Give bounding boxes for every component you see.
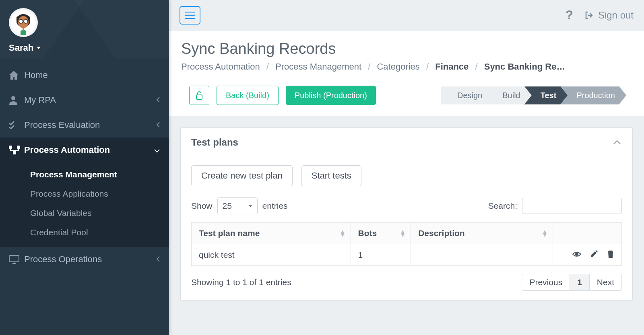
panel-body: Create new test plan Start tests Show 25… [181,157,632,300]
chevron-up-icon [613,140,621,145]
view-action[interactable] [572,250,581,260]
chevron-left-icon [156,254,160,265]
main: ? Sign out Sync Banking Records Process … [169,0,644,335]
action-row: Back (Build) Publish (Production) Design… [181,86,632,105]
test-plan-actions: Create new test plan Start tests [191,165,622,186]
sidebar-sub-label: Global Variables [30,208,92,218]
show-entries: Show 25 entries [191,197,288,214]
svg-point-2 [19,19,23,23]
page-title: Sync Banking Records [181,40,632,58]
svg-point-3 [24,19,28,23]
svg-point-5 [11,96,15,100]
back-button-label: Back (Build) [226,91,269,100]
eye-icon [572,251,581,257]
breadcrumb: Process Automation / Process Management … [181,62,632,72]
cell-bots: 1 [351,244,411,266]
publish-button-label: Publish (Production) [295,91,367,100]
show-label: Show [191,201,213,211]
username-dropdown[interactable]: Sarah [9,43,160,53]
hamburger-icon [185,12,195,19]
chevron-left-icon [156,120,160,130]
pager-page[interactable]: 1 [570,274,590,291]
menu-toggle-button[interactable] [180,6,200,25]
chevron-left-icon [156,95,160,105]
col-testplan-name[interactable]: Test plan name▲▼ [192,223,351,244]
avatar-icon [11,10,36,35]
topbar-right: ? Sign out [565,8,634,23]
sidebar-item-label: Process Automation [24,145,110,155]
sidebar-profile: Sarah [0,0,169,59]
back-button[interactable]: Back (Build) [217,86,279,105]
page-header: Sync Banking Records Process Automation … [169,31,644,105]
search-input[interactable] [522,198,622,214]
breadcrumb-item-current: Sync Banking Re… [484,62,566,72]
sidebar-item-credential-pool[interactable]: Credential Pool [0,223,169,242]
sidebar-item-global-variables[interactable]: Global Variables [0,203,169,223]
test-plans-panel: Test plans Create new test plan Start te… [180,127,633,301]
test-plans-table: Test plan name▲▼ Bots▲▼ Description▲▼ qu… [191,222,622,266]
pager-previous[interactable]: Previous [522,274,570,291]
page-size-value: 25 [223,201,232,211]
step-design[interactable]: Design [441,86,493,105]
breadcrumb-item[interactable]: Process Management [275,62,361,72]
topbar: ? Sign out [169,0,644,31]
monitor-icon [9,255,24,264]
sidebar-item-home[interactable]: Home [0,63,169,88]
col-bots[interactable]: Bots▲▼ [351,223,411,244]
table-info: Showing 1 to 1 of 1 entries [191,277,291,287]
sidebar-item-process-management[interactable]: Process Management [0,165,169,184]
cell-actions [553,244,621,266]
caret-down-icon [248,205,252,207]
svg-rect-8 [13,151,16,154]
table-footer: Showing 1 to 1 of 1 entries Previous 1 N… [191,274,622,291]
sort-icon: ▲▼ [542,230,548,236]
sidebar-item-process-evaluation[interactable]: Process Evaluation [0,113,169,138]
sidebar-item-myrpa[interactable]: My RPA [0,88,169,113]
start-tests-button[interactable]: Start tests [301,165,361,186]
cell-name: quick test [192,244,351,266]
action-left: Back (Build) Publish (Production) [189,86,376,105]
pagination: Previous 1 Next [522,274,622,291]
publish-button[interactable]: Publish (Production) [286,86,376,105]
entries-label: entries [262,201,288,211]
sidebar-item-process-automation[interactable]: Process Automation [0,138,169,162]
sidebar-subnav: Process Management Process Applications … [0,162,169,247]
edit-action[interactable] [590,250,598,260]
create-test-plan-button[interactable]: Create new test plan [191,165,293,186]
sidebar-item-label: Process Evaluation [24,120,100,130]
table-toolbar: Show 25 entries Search: [191,197,622,214]
content-area: Test plans Create new test plan Start te… [169,116,644,335]
sidebar-item-process-applications[interactable]: Process Applications [0,184,169,203]
table-row: quick test 1 [192,244,622,266]
step-production[interactable]: Production [560,86,626,105]
breadcrumb-item[interactable]: Process Automation [181,62,260,72]
signout-link[interactable]: Sign out [584,10,634,21]
sidebar-item-label: My RPA [24,95,56,105]
help-icon[interactable]: ? [565,8,573,23]
breadcrumb-item[interactable]: Categories [377,62,419,72]
avatar[interactable] [9,8,38,37]
trash-icon [607,250,614,258]
sidebar-sub-label: Process Applications [30,189,108,198]
checklist-icon [9,121,24,129]
sidebar-sub-label: Credential Pool [30,228,88,237]
sidebar-item-label: Home [24,70,48,80]
search-label: Search: [488,201,517,211]
lock-button[interactable] [189,86,209,105]
col-description[interactable]: Description▲▼ [411,223,553,244]
svg-rect-10 [196,95,202,99]
delete-action[interactable] [607,250,614,260]
panel-title: Test plans [191,137,238,148]
signout-label: Sign out [598,10,634,21]
svg-rect-4 [23,28,24,31]
panel-collapse-button[interactable] [601,132,632,153]
panel-header: Test plans [181,128,632,157]
username-label: Sarah [9,43,33,53]
svg-rect-6 [9,146,12,149]
page-size-select[interactable]: 25 [217,197,258,214]
sidebar-item-process-operations[interactable]: Process Operations [0,247,169,272]
sort-icon: ▲▼ [400,230,406,236]
breadcrumb-item[interactable]: Finance [435,62,469,72]
pager-next[interactable]: Next [589,274,622,291]
caret-down-icon [37,47,41,49]
